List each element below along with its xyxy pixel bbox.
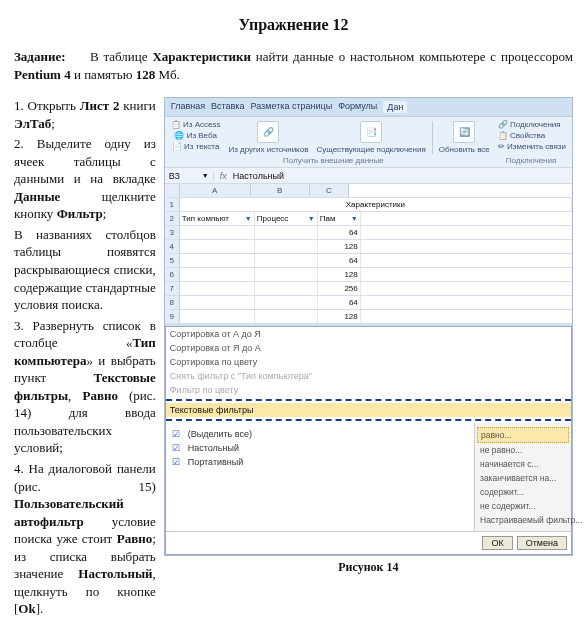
refresh-icon[interactable]: 🔄 <box>453 121 475 143</box>
text-filter-submenu: равно... не равно... начинается с... зак… <box>474 423 571 531</box>
task-block: Задание: В таблице Характеристики найти … <box>14 48 573 83</box>
filter-begins[interactable]: начинается с... <box>477 457 569 471</box>
tab-home[interactable]: Главная <box>171 101 205 113</box>
filter-custom[interactable]: Настраиваемый фильтр... <box>477 513 569 527</box>
page-title: Упражнение 12 <box>14 16 573 34</box>
connections-icon[interactable]: 📑 <box>360 121 382 143</box>
option-desktop[interactable]: Настольный <box>170 441 470 455</box>
autofilter-dropdown[interactable]: Сортировка от А до Я Сортировка от Я до … <box>165 326 572 555</box>
filter-not-equals[interactable]: не равно... <box>477 443 569 457</box>
text-filters-item[interactable]: Текстовые фильтры <box>166 403 571 417</box>
web-icon[interactable]: 🌐 <box>174 131 184 140</box>
formula-bar[interactable]: Настольный <box>233 171 284 181</box>
select-all-checkbox[interactable]: (Выделить все) <box>170 427 470 441</box>
tab-layout[interactable]: Разметка страницы <box>251 101 333 113</box>
other-sources-icon[interactable]: 🔗 <box>257 121 279 143</box>
filter-ok-button[interactable]: ОК <box>482 536 512 550</box>
figure-14-caption: Рисунок 14 <box>164 560 573 575</box>
name-box[interactable]: B3▼ <box>165 171 214 181</box>
tab-data[interactable]: Дан <box>383 101 407 113</box>
filter-cancel-button[interactable]: Отмена <box>517 536 567 550</box>
tab-formulas[interactable]: Формулы <box>338 101 377 113</box>
tab-insert[interactable]: Вставка <box>211 101 244 113</box>
filter-equals[interactable]: равно... <box>477 427 569 443</box>
steps-column: 1. Открыть Лист 2 книги ЭлТаб; 2. Выдели… <box>14 97 156 619</box>
option-portable[interactable]: Портативный <box>170 455 470 469</box>
filter-ends[interactable]: заканчивается на... <box>477 471 569 485</box>
figure-14: Главная Вставка Разметка страницы Формул… <box>164 97 573 556</box>
access-icon[interactable]: 📋 <box>171 120 181 129</box>
text-icon[interactable]: 📄 <box>172 142 182 151</box>
filter-contains[interactable]: содержит... <box>477 485 569 499</box>
filter-not-contains[interactable]: не содержит... <box>477 499 569 513</box>
